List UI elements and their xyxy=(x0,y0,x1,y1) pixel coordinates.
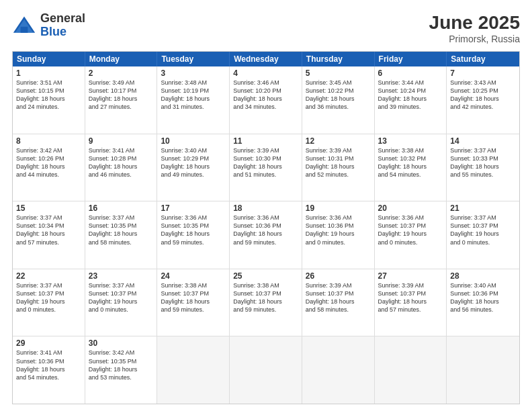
cell-info: Sunrise: 3:39 AM Sunset: 10:37 PM Daylig… xyxy=(378,281,443,314)
cell-info: Sunrise: 3:43 AM Sunset: 10:25 PM Daylig… xyxy=(450,79,516,111)
calendar-cell: 11Sunrise: 3:39 AM Sunset: 10:30 PM Dayl… xyxy=(230,134,302,201)
calendar-cell: 22Sunrise: 3:37 AM Sunset: 10:37 PM Dayl… xyxy=(13,269,85,336)
logo-blue: Blue xyxy=(40,25,66,38)
calendar-cell xyxy=(302,336,375,404)
week-row-1: 1Sunrise: 3:51 AM Sunset: 10:15 PM Dayli… xyxy=(13,66,519,134)
cell-info: Sunrise: 3:38 AM Sunset: 10:37 PM Daylig… xyxy=(161,281,226,314)
calendar-cell: 29Sunrise: 3:41 AM Sunset: 10:36 PM Dayl… xyxy=(13,336,85,404)
day-number: 4 xyxy=(233,68,298,78)
calendar-cell: 13Sunrise: 3:38 AM Sunset: 10:32 PM Dayl… xyxy=(375,134,447,201)
calendar-cell: 17Sunrise: 3:36 AM Sunset: 10:35 PM Dayl… xyxy=(157,201,230,269)
header: General Blue June 2025 Primorsk, Russia xyxy=(12,12,520,44)
day-number: 9 xyxy=(89,136,154,146)
day-number: 3 xyxy=(161,68,226,78)
logo: General Blue xyxy=(12,12,85,39)
cell-info: Sunrise: 3:36 AM Sunset: 10:36 PM Daylig… xyxy=(306,214,371,246)
header-monday: Monday xyxy=(85,52,158,66)
cell-info: Sunrise: 3:37 AM Sunset: 10:37 PM Daylig… xyxy=(89,281,154,314)
calendar-cell: 27Sunrise: 3:39 AM Sunset: 10:37 PM Dayl… xyxy=(375,269,447,336)
day-number: 25 xyxy=(233,271,298,281)
location: Primorsk, Russia xyxy=(429,34,520,44)
day-number: 26 xyxy=(306,271,371,281)
day-number: 12 xyxy=(306,136,371,146)
calendar-cell: 14Sunrise: 3:37 AM Sunset: 10:33 PM Dayl… xyxy=(447,134,519,201)
calendar-cell: 15Sunrise: 3:37 AM Sunset: 10:34 PM Dayl… xyxy=(13,201,85,269)
day-number: 19 xyxy=(306,203,371,213)
cell-info: Sunrise: 3:38 AM Sunset: 10:32 PM Daylig… xyxy=(378,146,443,179)
calendar-cell: 10Sunrise: 3:40 AM Sunset: 10:29 PM Dayl… xyxy=(157,134,230,201)
calendar-cell: 30Sunrise: 3:42 AM Sunset: 10:35 PM Dayl… xyxy=(85,336,158,404)
cell-info: Sunrise: 3:41 AM Sunset: 10:36 PM Daylig… xyxy=(16,349,81,381)
calendar-cell: 1Sunrise: 3:51 AM Sunset: 10:15 PM Dayli… xyxy=(13,66,85,134)
cell-info: Sunrise: 3:49 AM Sunset: 10:17 PM Daylig… xyxy=(89,79,154,111)
cell-info: Sunrise: 3:41 AM Sunset: 10:28 PM Daylig… xyxy=(89,146,154,179)
day-number: 28 xyxy=(450,271,516,281)
day-number: 6 xyxy=(378,68,443,78)
calendar-cell: 26Sunrise: 3:39 AM Sunset: 10:37 PM Dayl… xyxy=(302,269,375,336)
cell-info: Sunrise: 3:46 AM Sunset: 10:20 PM Daylig… xyxy=(233,79,298,111)
cell-info: Sunrise: 3:37 AM Sunset: 10:33 PM Daylig… xyxy=(450,146,516,179)
day-number: 5 xyxy=(306,68,371,78)
cell-info: Sunrise: 3:45 AM Sunset: 10:22 PM Daylig… xyxy=(306,79,371,111)
header-wednesday: Wednesday xyxy=(230,52,302,66)
cell-info: Sunrise: 3:37 AM Sunset: 10:34 PM Daylig… xyxy=(16,214,81,246)
day-number: 1 xyxy=(16,68,81,78)
day-number: 10 xyxy=(161,136,226,146)
cell-info: Sunrise: 3:48 AM Sunset: 10:19 PM Daylig… xyxy=(161,79,226,111)
svg-rect-2 xyxy=(21,27,28,33)
cell-info: Sunrise: 3:39 AM Sunset: 10:37 PM Daylig… xyxy=(306,281,371,314)
day-number: 11 xyxy=(233,136,298,146)
cell-info: Sunrise: 3:38 AM Sunset: 10:37 PM Daylig… xyxy=(233,281,298,314)
header-friday: Friday xyxy=(375,52,447,66)
week-row-3: 15Sunrise: 3:37 AM Sunset: 10:34 PM Dayl… xyxy=(13,201,519,269)
calendar-cell: 9Sunrise: 3:41 AM Sunset: 10:28 PM Dayli… xyxy=(85,134,158,201)
cell-info: Sunrise: 3:40 AM Sunset: 10:29 PM Daylig… xyxy=(161,146,226,179)
calendar-cell: 12Sunrise: 3:39 AM Sunset: 10:31 PM Dayl… xyxy=(302,134,375,201)
calendar-cell: 28Sunrise: 3:40 AM Sunset: 10:36 PM Dayl… xyxy=(447,269,519,336)
day-number: 22 xyxy=(16,271,81,281)
day-number: 15 xyxy=(16,203,81,213)
calendar-cell: 16Sunrise: 3:37 AM Sunset: 10:35 PM Dayl… xyxy=(85,201,158,269)
calendar-cell: 25Sunrise: 3:38 AM Sunset: 10:37 PM Dayl… xyxy=(230,269,302,336)
calendar-cell: 4Sunrise: 3:46 AM Sunset: 10:20 PM Dayli… xyxy=(230,66,302,134)
day-number: 17 xyxy=(161,203,226,213)
week-row-2: 8Sunrise: 3:42 AM Sunset: 10:26 PM Dayli… xyxy=(13,134,519,201)
page: General Blue June 2025 Primorsk, Russia … xyxy=(0,0,532,411)
header-saturday: Saturday xyxy=(447,52,519,66)
cell-info: Sunrise: 3:37 AM Sunset: 10:35 PM Daylig… xyxy=(89,214,154,246)
calendar-cell xyxy=(447,336,519,404)
day-number: 2 xyxy=(89,68,154,78)
calendar-cell: 18Sunrise: 3:36 AM Sunset: 10:36 PM Dayl… xyxy=(230,201,302,269)
day-number: 24 xyxy=(161,271,226,281)
calendar-cell: 24Sunrise: 3:38 AM Sunset: 10:37 PM Dayl… xyxy=(157,269,230,336)
cell-info: Sunrise: 3:42 AM Sunset: 10:35 PM Daylig… xyxy=(89,349,154,381)
calendar-cell: 5Sunrise: 3:45 AM Sunset: 10:22 PM Dayli… xyxy=(302,66,375,134)
calendar-cell: 8Sunrise: 3:42 AM Sunset: 10:26 PM Dayli… xyxy=(13,134,85,201)
cell-info: Sunrise: 3:39 AM Sunset: 10:30 PM Daylig… xyxy=(233,146,298,179)
logo-general: General xyxy=(40,11,85,25)
calendar-cell: 2Sunrise: 3:49 AM Sunset: 10:17 PM Dayli… xyxy=(85,66,158,134)
cell-info: Sunrise: 3:37 AM Sunset: 10:37 PM Daylig… xyxy=(16,281,81,314)
cell-info: Sunrise: 3:36 AM Sunset: 10:35 PM Daylig… xyxy=(161,214,226,246)
calendar: Sunday Monday Tuesday Wednesday Thursday… xyxy=(12,51,520,404)
day-number: 30 xyxy=(89,338,154,348)
cell-info: Sunrise: 3:37 AM Sunset: 10:37 PM Daylig… xyxy=(450,214,516,246)
cell-info: Sunrise: 3:42 AM Sunset: 10:26 PM Daylig… xyxy=(16,146,81,179)
day-number: 27 xyxy=(378,271,443,281)
cell-info: Sunrise: 3:39 AM Sunset: 10:31 PM Daylig… xyxy=(306,146,371,179)
calendar-cell xyxy=(157,336,230,404)
cell-info: Sunrise: 3:36 AM Sunset: 10:36 PM Daylig… xyxy=(233,214,298,246)
logo-text: General Blue xyxy=(40,12,85,39)
day-number: 20 xyxy=(378,203,443,213)
day-number: 18 xyxy=(233,203,298,213)
calendar-cell: 7Sunrise: 3:43 AM Sunset: 10:25 PM Dayli… xyxy=(447,66,519,134)
cell-info: Sunrise: 3:36 AM Sunset: 10:37 PM Daylig… xyxy=(378,214,443,246)
day-number: 23 xyxy=(89,271,154,281)
header-thursday: Thursday xyxy=(302,52,375,66)
calendar-cell: 21Sunrise: 3:37 AM Sunset: 10:37 PM Dayl… xyxy=(447,201,519,269)
title-block: June 2025 Primorsk, Russia xyxy=(429,12,520,44)
day-number: 21 xyxy=(450,203,516,213)
calendar-cell xyxy=(230,336,302,404)
calendar-cell: 23Sunrise: 3:37 AM Sunset: 10:37 PM Dayl… xyxy=(85,269,158,336)
calendar-header: Sunday Monday Tuesday Wednesday Thursday… xyxy=(13,52,519,66)
